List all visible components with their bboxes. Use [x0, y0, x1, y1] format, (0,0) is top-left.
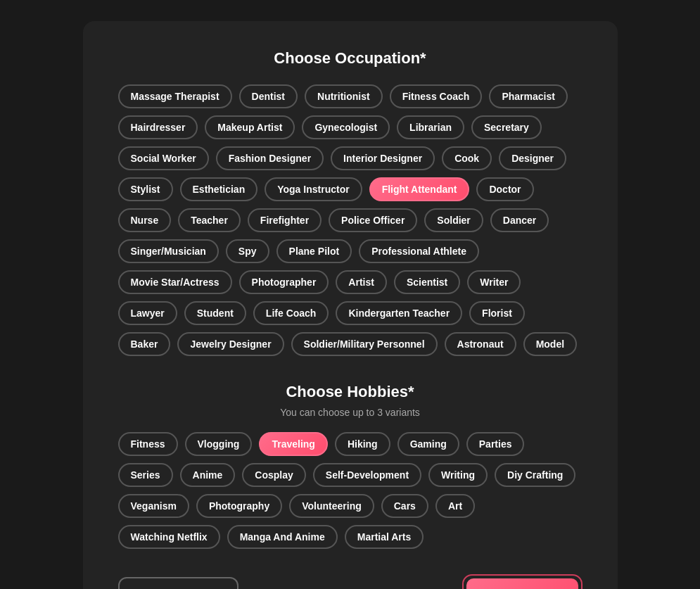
hobby-tag-manga-and-anime[interactable]: Manga And Anime: [227, 525, 338, 549]
occupation-tag-social-worker[interactable]: Social Worker: [118, 146, 209, 170]
occupation-tag-teacher[interactable]: Teacher: [178, 208, 241, 232]
occupation-tag-doctor[interactable]: Doctor: [476, 177, 533, 201]
occupation-tag-pharmacist[interactable]: Pharmacist: [489, 84, 567, 108]
occupation-tag-life-coach[interactable]: Life Coach: [253, 301, 329, 325]
hobby-tag-traveling[interactable]: Traveling: [259, 432, 327, 456]
hobby-tag-art[interactable]: Art: [435, 494, 475, 518]
occupation-tag-spy[interactable]: Spy: [226, 239, 269, 263]
occupation-tag-cook[interactable]: Cook: [442, 146, 492, 170]
hobby-tag-cosplay[interactable]: Cosplay: [242, 463, 305, 487]
next-button-wrapper: Next →: [462, 574, 583, 589]
occupation-tag-photographer[interactable]: Photographer: [239, 270, 329, 294]
occupation-tag-police-officer[interactable]: Police Officer: [329, 208, 417, 232]
occupation-tag-singer-musician[interactable]: Singer/Musician: [118, 239, 219, 263]
hobby-tag-photography[interactable]: Photography: [196, 494, 282, 518]
hobby-tag-fitness[interactable]: Fitness: [118, 432, 178, 456]
occupation-tag-nurse[interactable]: Nurse: [118, 208, 172, 232]
occupation-tag-interior-designer[interactable]: Interior Designer: [331, 146, 435, 170]
hobby-tag-self-development[interactable]: Self-Development: [313, 463, 421, 487]
hobby-tag-writing[interactable]: Writing: [428, 463, 488, 487]
hobbies-tags: FitnessVloggingTravelingHikingGamingPart…: [118, 432, 583, 549]
occupation-tag-lawyer[interactable]: Lawyer: [118, 301, 177, 325]
hobby-tag-watching-netflix[interactable]: Watching Netflix: [118, 525, 220, 549]
hobbies-title: Choose Hobbies*: [118, 383, 583, 401]
occupation-tag-secretary[interactable]: Secretary: [471, 115, 542, 139]
occupation-tag-kindergarten-teacher[interactable]: Kindergarten Teacher: [336, 301, 462, 325]
occupation-tag-stylist[interactable]: Stylist: [118, 177, 173, 201]
occupation-tag-jewelry-designer[interactable]: Jewelry Designer: [177, 332, 284, 356]
hobby-tag-hiking[interactable]: Hiking: [335, 432, 390, 456]
occupation-title: Choose Occupation*: [118, 49, 583, 68]
hobby-tag-veganism[interactable]: Veganism: [118, 494, 189, 518]
hobby-tag-gaming[interactable]: Gaming: [397, 432, 459, 456]
hobbies-subtitle: You can choose up to 3 variants: [118, 407, 583, 418]
hobby-tag-anime[interactable]: Anime: [180, 463, 236, 487]
occupation-tag-designer[interactable]: Designer: [499, 146, 566, 170]
hobby-tag-volunteering[interactable]: Volunteering: [289, 494, 374, 518]
occupation-tag-nutritionist[interactable]: Nutritionist: [305, 84, 383, 108]
occupation-tag-writer[interactable]: Writer: [467, 270, 521, 294]
occupation-tag-model[interactable]: Model: [523, 332, 577, 356]
occupation-tag-dentist[interactable]: Dentist: [239, 84, 298, 108]
occupation-tag-soldier[interactable]: Soldier: [424, 208, 483, 232]
occupation-tags: Massage TherapistDentistNutritionistFitn…: [118, 84, 583, 356]
occupation-tag-florist[interactable]: Florist: [469, 301, 525, 325]
hobby-tag-vlogging[interactable]: Vlogging: [185, 432, 253, 456]
hobby-tag-diy-crafting[interactable]: Diy Crafting: [495, 463, 575, 487]
occupation-tag-librarian[interactable]: Librarian: [397, 115, 464, 139]
next-button[interactable]: Next →: [466, 578, 578, 589]
previous-button[interactable]: ← Previous: [118, 577, 239, 589]
occupation-tag-flight-attendant[interactable]: Flight Attendant: [369, 177, 470, 201]
occupation-tag-massage-therapist[interactable]: Massage Therapist: [118, 84, 232, 108]
nav-row: ← Previous Next →: [118, 574, 583, 589]
occupation-tag-artist[interactable]: Artist: [336, 270, 387, 294]
occupation-tag-firefighter[interactable]: Firefighter: [248, 208, 322, 232]
main-container: Choose Occupation* Massage TherapistDent…: [83, 21, 618, 589]
occupation-tag-astronaut[interactable]: Astronaut: [445, 332, 516, 356]
occupation-tag-baker[interactable]: Baker: [118, 332, 171, 356]
occupation-tag-dancer[interactable]: Dancer: [490, 208, 549, 232]
occupation-tag-yoga-instructor[interactable]: Yoga Instructor: [265, 177, 362, 201]
hobby-tag-martial-arts[interactable]: Martial Arts: [345, 525, 424, 549]
hobby-tag-series[interactable]: Series: [118, 463, 173, 487]
occupation-tag-fashion-designer[interactable]: Fashion Designer: [216, 146, 324, 170]
occupation-tag-gynecologist[interactable]: Gynecologist: [302, 115, 390, 139]
hobby-tag-parties[interactable]: Parties: [466, 432, 525, 456]
hobby-tag-cars[interactable]: Cars: [381, 494, 428, 518]
occupation-tag-plane-pilot[interactable]: Plane Pilot: [276, 239, 352, 263]
occupation-tag-hairdresser[interactable]: Hairdresser: [118, 115, 198, 139]
occupation-tag-soldier-military[interactable]: Soldier/Military Personnel: [291, 332, 438, 356]
occupation-tag-movie-star-actress[interactable]: Movie Star/Actress: [118, 270, 232, 294]
occupation-tag-esthetician[interactable]: Esthetician: [180, 177, 258, 201]
occupation-tag-professional-athlete[interactable]: Professional Athlete: [359, 239, 479, 263]
occupation-tag-scientist[interactable]: Scientist: [394, 270, 460, 294]
occupation-tag-student[interactable]: Student: [184, 301, 246, 325]
occupation-tag-fitness-coach[interactable]: Fitness Coach: [390, 84, 483, 108]
occupation-tag-makeup-artist[interactable]: Makeup Artist: [205, 115, 295, 139]
